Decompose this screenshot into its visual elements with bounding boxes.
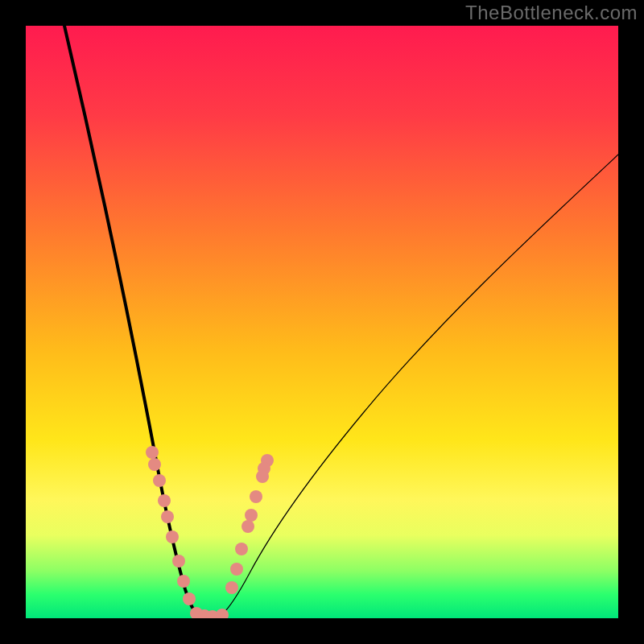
marker-dot [166,530,179,543]
frame-border [618,0,644,644]
marker-dot [177,575,190,588]
chart-stage: TheBottleneck.com [0,0,644,644]
marker-dot [158,494,171,507]
marker-dot [235,543,248,555]
marker-dots [146,446,274,618]
attribution-label: TheBottleneck.com [465,2,638,24]
marker-dot [161,510,174,523]
frame-border [0,0,26,644]
plot-area [26,26,618,618]
marker-dot [153,474,166,487]
frame-border [0,618,644,644]
marker-dot [183,592,196,605]
marker-dot [242,520,254,533]
curve-layer [26,26,618,618]
marker-dot [230,563,243,576]
marker-dot [250,490,262,503]
marker-dot [148,458,161,471]
marker-dot [256,470,269,483]
bottleneck-curve-left [64,26,204,618]
marker-dot [245,509,258,522]
marker-dot [225,581,238,594]
marker-dot [146,446,159,459]
bottleneck-curve-right [217,155,618,618]
marker-dot [172,555,185,568]
